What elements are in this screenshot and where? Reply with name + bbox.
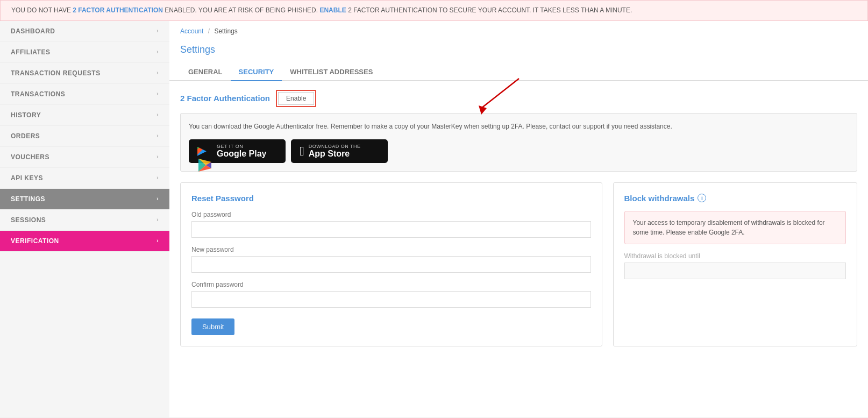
app-store-text: Download on the App Store bbox=[309, 144, 361, 159]
reset-password-section: Reset Password Old password New password… bbox=[180, 182, 602, 346]
confirm-password-group: Confirm password bbox=[191, 281, 591, 308]
app-store-button[interactable]:  Download on the App Store bbox=[291, 139, 388, 163]
sidebar-item-verification[interactable]: VERIFICATION › bbox=[0, 231, 169, 252]
sidebar: DASHBOARD › AFFILIATES › TRANSACTION REQ… bbox=[0, 21, 169, 417]
google-play-icon bbox=[197, 144, 212, 159]
sidebar-label-history: HISTORY bbox=[11, 111, 41, 119]
sidebar-label-vouchers: VOUCHERS bbox=[11, 153, 49, 161]
chevron-right-icon: › bbox=[156, 217, 159, 223]
warning-highlight-2fa: 2 FACTOR AUTHENTICATION bbox=[73, 6, 163, 14]
sidebar-item-transactions[interactable]: TRANSACTIONS › bbox=[0, 84, 169, 105]
google-play-button[interactable]: GET IT ON Google Play bbox=[189, 139, 286, 163]
blocked-until-input[interactable] bbox=[624, 263, 846, 279]
chevron-right-icon: › bbox=[156, 238, 159, 244]
tfa-title: 2 Factor Authentication bbox=[180, 94, 270, 103]
enable-2fa-button[interactable]: Enable bbox=[278, 92, 314, 105]
bottom-row: Reset Password Old password New password… bbox=[180, 182, 857, 346]
blocked-until-label: Withdrawal is blocked until bbox=[624, 252, 846, 260]
sidebar-item-affiliates[interactable]: AFFILIATES › bbox=[0, 42, 169, 63]
google-play-text: GET IT ON Google Play bbox=[217, 144, 266, 159]
chevron-right-icon: › bbox=[156, 196, 159, 202]
info-circle-icon[interactable]: i bbox=[698, 194, 706, 202]
sidebar-item-vouchers[interactable]: VOUCHERS › bbox=[0, 147, 169, 168]
tabs-bar: GENERAL SECURITY WHITELIST ADDRESSES bbox=[169, 63, 868, 81]
submit-button[interactable]: Submit bbox=[191, 318, 234, 335]
app-store-large-text: App Store bbox=[309, 149, 361, 159]
new-password-label: New password bbox=[191, 246, 591, 253]
sidebar-label-transaction-requests: TRANSACTION REQUESTS bbox=[11, 69, 101, 77]
chevron-right-icon: › bbox=[156, 49, 159, 55]
tfa-info-text: You can download the Google Authenticato… bbox=[189, 122, 849, 131]
main-layout: DASHBOARD › AFFILIATES › TRANSACTION REQ… bbox=[0, 21, 868, 417]
warning-text-middle2: 2 FACTOR AUTHENTICATION TO SECURE YOUR A… bbox=[346, 6, 632, 14]
chevron-right-icon: › bbox=[156, 133, 159, 139]
chevron-right-icon: › bbox=[156, 28, 159, 34]
apple-icon:  bbox=[300, 144, 304, 159]
sidebar-item-settings[interactable]: SETTINGS › bbox=[0, 189, 169, 210]
new-password-input[interactable] bbox=[191, 256, 591, 273]
new-password-group: New password bbox=[191, 246, 591, 273]
sidebar-label-sessions: SESSIONS bbox=[11, 216, 46, 224]
content-area: 2 Factor Authentication Enable You can d… bbox=[169, 92, 868, 357]
sidebar-label-api-keys: API KEYS bbox=[11, 174, 43, 182]
reset-password-title: Reset Password bbox=[191, 194, 591, 203]
old-password-label: Old password bbox=[191, 211, 591, 218]
tfa-section: 2 Factor Authentication Enable You can d… bbox=[180, 92, 857, 172]
main-content: Account / Settings Settings GENERAL SECU… bbox=[169, 21, 868, 417]
block-withdrawals-alert: Your access to temporary disablement of … bbox=[624, 211, 846, 244]
chevron-right-icon: › bbox=[156, 112, 159, 118]
google-play-small-text: GET IT ON bbox=[217, 144, 266, 149]
breadcrumb-separator: / bbox=[208, 27, 210, 35]
sidebar-label-settings: SETTINGS bbox=[11, 195, 45, 203]
warning-enable-link[interactable]: ENABLE bbox=[319, 6, 346, 14]
confirm-password-label: Confirm password bbox=[191, 281, 591, 288]
block-withdrawals-title: Block withdrawals i bbox=[624, 194, 846, 203]
sidebar-label-verification: VERIFICATION bbox=[11, 237, 59, 245]
sidebar-label-affiliates: AFFILIATES bbox=[11, 48, 50, 56]
breadcrumb: Account / Settings bbox=[169, 21, 868, 41]
tab-general[interactable]: GENERAL bbox=[180, 63, 231, 81]
tab-security[interactable]: SECURITY bbox=[231, 63, 282, 81]
tab-whitelist-addresses[interactable]: WHITELIST ADDRESSES bbox=[282, 63, 381, 81]
sidebar-item-api-keys[interactable]: API KEYS › bbox=[0, 168, 169, 189]
breadcrumb-current: Settings bbox=[214, 27, 237, 35]
tfa-header: 2 Factor Authentication Enable bbox=[180, 92, 857, 105]
sidebar-item-dashboard[interactable]: DASHBOARD › bbox=[0, 21, 169, 42]
block-withdrawals-section: Block withdrawals i Your access to tempo… bbox=[613, 182, 858, 346]
tfa-info-box: You can download the Google Authenticato… bbox=[180, 113, 857, 172]
app-buttons: GET IT ON Google Play  Download on the … bbox=[189, 139, 849, 163]
chevron-right-icon: › bbox=[156, 91, 159, 97]
breadcrumb-account[interactable]: Account bbox=[180, 27, 203, 35]
sidebar-item-orders[interactable]: ORDERS › bbox=[0, 126, 169, 147]
warning-banner: YOU DO NOT HAVE 2 FACTOR AUTHENTICATION … bbox=[0, 0, 868, 21]
warning-text-middle1: ENABLED. YOU ARE AT RISK OF BEING PHISHE… bbox=[163, 6, 319, 14]
warning-text-before: YOU DO NOT HAVE bbox=[11, 6, 73, 14]
confirm-password-input[interactable] bbox=[191, 291, 591, 308]
sidebar-label-transactions: TRANSACTIONS bbox=[11, 90, 65, 98]
sidebar-label-dashboard: DASHBOARD bbox=[11, 27, 55, 35]
sidebar-label-orders: ORDERS bbox=[11, 132, 40, 140]
sidebar-item-transaction-requests[interactable]: TRANSACTION REQUESTS › bbox=[0, 63, 169, 84]
sidebar-item-history[interactable]: HISTORY › bbox=[0, 105, 169, 126]
chevron-right-icon: › bbox=[156, 175, 159, 181]
old-password-group: Old password bbox=[191, 211, 591, 238]
chevron-right-icon: › bbox=[156, 154, 159, 160]
app-store-small-text: Download on the bbox=[309, 144, 361, 149]
google-play-large-text: Google Play bbox=[217, 149, 266, 159]
old-password-input[interactable] bbox=[191, 221, 591, 238]
sidebar-item-sessions[interactable]: SESSIONS › bbox=[0, 210, 169, 231]
chevron-right-icon: › bbox=[156, 70, 159, 76]
page-title: Settings bbox=[169, 41, 868, 63]
